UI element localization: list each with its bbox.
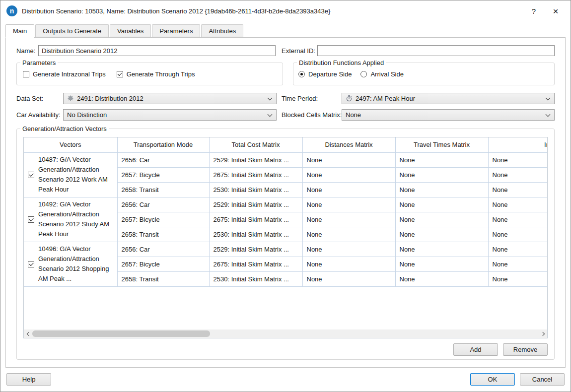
scroll-left-icon[interactable]: [24, 329, 32, 338]
mode-cell[interactable]: 2656: Car: [117, 242, 209, 257]
car-availability-select[interactable]: No Distinction: [63, 109, 277, 121]
header-total-cost-matrix[interactable]: Total Cost Matrix: [209, 137, 302, 152]
in-vehicle-time-cell[interactable]: None: [488, 227, 548, 242]
total-cost-matrix-cell[interactable]: 2530: Initial Skim Matrix ...: [209, 271, 302, 286]
ok-button[interactable]: OK: [470, 373, 515, 386]
in-vehicle-time-cell[interactable]: None: [488, 242, 548, 257]
scroll-right-icon[interactable]: [539, 329, 547, 338]
tab-variables[interactable]: Variables: [110, 24, 151, 37]
departure-side-option: Departure Side: [298, 70, 352, 78]
travel-times-matrix-cell[interactable]: None: [395, 227, 488, 242]
header-vectors[interactable]: Vectors: [24, 137, 117, 152]
blocked-cells-matrix-label: Blocked Cells Matrix:: [282, 111, 342, 119]
vector-checkbox[interactable]: [28, 216, 34, 223]
in-vehicle-time-cell[interactable]: None: [488, 197, 548, 212]
travel-times-matrix-cell[interactable]: None: [395, 152, 488, 167]
arrival-side-option: Arrival Side: [360, 70, 403, 78]
header-transportation-mode[interactable]: Transportation Mode: [117, 137, 209, 152]
generate-intrazonal-trips-checkbox[interactable]: [23, 71, 29, 77]
title-bar: n Distribution Scenario: 10503, Name: Di…: [0, 0, 571, 21]
vector-label: 10492: G/A Vector Generation/Attraction …: [38, 199, 113, 239]
data-set-label: Data Set:: [16, 95, 63, 102]
generate-through-trips-checkbox[interactable]: [117, 71, 123, 77]
total-cost-matrix-cell[interactable]: 2530: Initial Skim Matrix ...: [209, 182, 302, 197]
help-icon[interactable]: ?: [523, 7, 545, 15]
distances-matrix-cell[interactable]: None: [302, 271, 395, 286]
total-cost-matrix-cell[interactable]: 2529: Initial Skim Matrix ...: [209, 242, 302, 257]
vector-cell[interactable]: 10487: G/A Vector Generation/Attraction …: [24, 152, 117, 197]
travel-times-matrix-cell[interactable]: None: [395, 212, 488, 227]
data-set-select[interactable]: 2491: Distribution 2012: [63, 93, 277, 104]
total-cost-matrix-cell[interactable]: 2529: Initial Skim Matrix ...: [209, 197, 302, 212]
blocked-cells-matrix-select[interactable]: None: [342, 109, 555, 121]
help-button[interactable]: Help: [6, 373, 51, 386]
travel-times-matrix-cell[interactable]: None: [395, 167, 488, 182]
travel-times-matrix-cell[interactable]: None: [395, 182, 488, 197]
distances-matrix-cell[interactable]: None: [302, 227, 395, 242]
tab-main[interactable]: Main: [5, 24, 34, 38]
tab-attributes[interactable]: Attributes: [201, 24, 243, 37]
mode-cell[interactable]: 2658: Transit: [117, 271, 209, 286]
scrollbar-thumb[interactable]: [32, 330, 210, 337]
total-cost-matrix-cell[interactable]: 2529: Initial Skim Matrix ...: [209, 152, 302, 167]
in-vehicle-time-cell[interactable]: None: [488, 167, 548, 182]
header-distances-matrix[interactable]: Distances Matrix: [302, 137, 395, 152]
table-actions: Add Remove: [23, 343, 548, 356]
tab-outputs-to-generate[interactable]: Outputs to Generate: [35, 24, 109, 37]
mode-cell[interactable]: 2657: Bicycle: [117, 167, 209, 182]
total-cost-matrix-cell[interactable]: 2675: Initial Skim Matrix ...: [209, 167, 302, 182]
add-button[interactable]: Add: [453, 343, 498, 356]
arrival-side-radio[interactable]: [360, 71, 367, 77]
travel-times-matrix-cell[interactable]: None: [395, 271, 488, 286]
distances-matrix-cell[interactable]: None: [302, 197, 395, 212]
total-cost-matrix-cell[interactable]: 2675: Initial Skim Matrix ...: [209, 257, 302, 271]
in-vehicle-time-cell[interactable]: None: [488, 212, 548, 227]
distances-matrix-cell[interactable]: None: [302, 167, 395, 182]
distances-matrix-cell[interactable]: None: [302, 257, 395, 271]
data-set-row: Data Set: 2491: Distribution 2012 Time P…: [16, 92, 555, 104]
name-input[interactable]: [38, 45, 276, 56]
vector-checkbox[interactable]: [28, 172, 34, 178]
mode-cell[interactable]: 2658: Transit: [117, 227, 209, 242]
car-availability-row: Car Availability: No Distinction Blocked…: [16, 109, 555, 121]
departure-side-radio[interactable]: [298, 71, 305, 77]
distances-matrix-cell[interactable]: None: [302, 152, 395, 167]
scrollbar-track[interactable]: [32, 329, 539, 338]
remove-button[interactable]: Remove: [503, 343, 548, 356]
in-vehicle-time-cell[interactable]: None: [488, 257, 548, 271]
in-vehicle-time-cell[interactable]: None: [488, 271, 548, 286]
in-vehicle-time-cell[interactable]: None: [488, 152, 548, 167]
vector-cell[interactable]: 10496: G/A Vector Generation/Attraction …: [24, 242, 117, 286]
mode-cell[interactable]: 2657: Bicycle: [117, 257, 209, 271]
tab-parameters[interactable]: Parameters: [152, 24, 200, 37]
travel-times-matrix-cell[interactable]: None: [395, 242, 488, 257]
travel-times-matrix-cell[interactable]: None: [395, 257, 488, 271]
distances-matrix-cell[interactable]: None: [302, 212, 395, 227]
close-icon[interactable]: ×: [545, 6, 567, 16]
mode-cell[interactable]: 2656: Car: [117, 152, 209, 167]
vector-cell[interactable]: 10492: G/A Vector Generation/Attraction …: [24, 197, 117, 242]
time-period-select[interactable]: 2497: AM Peak Hour: [342, 93, 555, 104]
in-vehicle-time-cell[interactable]: None: [488, 182, 548, 197]
header-travel-times-matrix[interactable]: Travel Times Matrix: [395, 137, 488, 152]
generate-through-trips-option: Generate Through Trips: [117, 70, 195, 78]
generate-intrazonal-trips-label: Generate Intrazonal Trips: [33, 70, 106, 78]
vector-checkbox[interactable]: [28, 261, 34, 267]
window-title: Distribution Scenario: 10503, Name: Dist…: [22, 7, 523, 15]
travel-times-matrix-cell[interactable]: None: [395, 197, 488, 212]
total-cost-matrix-cell[interactable]: 2675: Initial Skim Matrix ...: [209, 212, 302, 227]
horizontal-scrollbar[interactable]: [24, 329, 547, 338]
distances-matrix-cell[interactable]: None: [302, 242, 395, 257]
header-in-vehicle-time[interactable]: In-Vehicle Time: [488, 137, 548, 152]
mode-cell[interactable]: 2657: Bicycle: [117, 212, 209, 227]
car-availability-label: Car Availability:: [16, 111, 63, 119]
total-cost-matrix-cell[interactable]: 2530: Initial Skim Matrix ...: [209, 227, 302, 242]
parameters-group: Parameters Generate Intrazonal Trips Gen…: [16, 63, 283, 85]
distances-matrix-cell[interactable]: None: [302, 182, 395, 197]
external-id-input[interactable]: [317, 45, 555, 56]
mode-cell[interactable]: 2656: Car: [117, 197, 209, 212]
cancel-button[interactable]: Cancel: [520, 373, 565, 386]
dialog-footer: Help OK Cancel: [6, 373, 565, 386]
table-row: 10496: G/A Vector Generation/Attraction …: [24, 242, 548, 257]
mode-cell[interactable]: 2658: Transit: [117, 182, 209, 197]
